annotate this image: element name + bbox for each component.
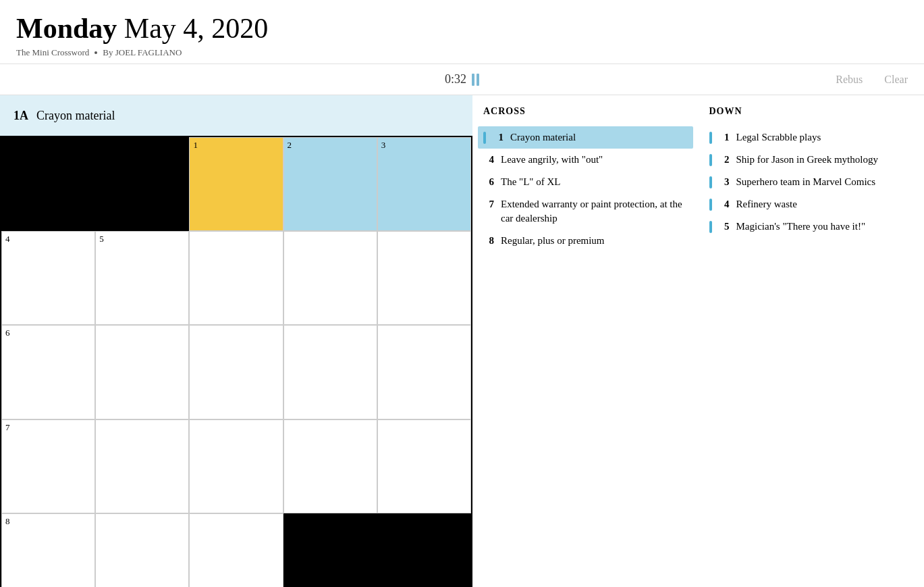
grid-cell[interactable]	[377, 419, 471, 513]
subtitle: The Mini Crossword	[16, 47, 89, 58]
byline-text: By JOEL FAGLIANO	[103, 47, 182, 58]
page-header: Monday May 4, 2020 The Mini Crossword By…	[0, 0, 924, 64]
across-clue-item[interactable]: 8Regular, plus or premium	[483, 230, 688, 252]
down-clue-bar	[709, 176, 712, 188]
clue-number: 2	[719, 153, 730, 167]
grid-cell[interactable]: 2	[283, 137, 377, 231]
across-clue-item[interactable]: 4Leave angrily, with "out"	[483, 149, 688, 171]
day-label: Monday	[16, 13, 117, 44]
active-clue-text: Crayon material	[36, 109, 115, 123]
clue-number: 8	[483, 234, 494, 248]
clue-text: Extended warranty or paint protection, a…	[501, 197, 688, 226]
down-title: DOWN	[709, 106, 914, 117]
grid-cell[interactable]	[189, 231, 283, 325]
grid-cell[interactable]	[189, 419, 283, 513]
clue-banner: 1A Crayon material	[0, 95, 472, 136]
clue-number: 6	[483, 175, 494, 189]
clue-number: 1	[493, 130, 504, 145]
cell-number: 4	[5, 234, 10, 243]
across-clue-item[interactable]: 7Extended warranty or paint protection, …	[483, 193, 688, 230]
rebus-button[interactable]: Rebus	[836, 74, 863, 86]
clue-text: Regular, plus or premium	[501, 234, 605, 248]
across-clue-list: 1Crayon material4Leave angrily, with "ou…	[483, 126, 688, 252]
page-title: Monday May 4, 2020	[16, 12, 908, 45]
down-clue-bar	[709, 154, 712, 166]
grid-cell[interactable]	[95, 513, 189, 587]
across-clues-column: ACROSS 1Crayon material4Leave angrily, w…	[483, 95, 688, 587]
clue-number: 3	[719, 175, 730, 189]
grid-cell	[1, 137, 95, 231]
cell-number: 7	[5, 423, 10, 432]
clues-section: ACROSS 1Crayon material4Leave angrily, w…	[472, 95, 924, 587]
clue-text: Superhero team in Marvel Comics	[736, 175, 876, 189]
clue-number: 1	[719, 130, 730, 145]
cell-number: 3	[381, 141, 386, 149]
clue-number: 5	[719, 220, 730, 234]
active-clue-number: 1A	[13, 109, 28, 123]
timer-display: 0:32	[445, 72, 466, 86]
down-clues-column: DOWN 1Legal Scrabble plays2Ship for Jaso…	[709, 95, 914, 587]
clue-text: The "L" of XL	[501, 175, 560, 189]
clue-text: Magician's "There you have it!"	[736, 220, 866, 234]
crossword-section: 1A Crayon material 12345678	[0, 95, 472, 587]
across-title: ACROSS	[483, 106, 688, 117]
grid-cell[interactable]	[189, 513, 283, 587]
grid-container: 12345678	[0, 136, 472, 587]
main-content: 1A Crayon material 12345678 ACROSS 1Cray…	[0, 95, 924, 587]
toolbar: 0:32 Rebus Clear	[0, 64, 924, 95]
down-clue-item[interactable]: 5Magician's "There you have it!"	[709, 215, 914, 238]
grid-cell	[95, 137, 189, 231]
grid-cell[interactable]	[283, 419, 377, 513]
down-clue-item[interactable]: 3Superhero team in Marvel Comics	[709, 171, 914, 193]
clue-number: 4	[719, 197, 730, 211]
clue-text: Legal Scrabble plays	[736, 130, 821, 145]
byline-area: The Mini Crossword By JOEL FAGLIANO	[16, 47, 908, 58]
grid-cell[interactable]: 7	[1, 419, 95, 513]
grid-cell[interactable]: 1	[189, 137, 283, 231]
date-label: May 4, 2020	[124, 13, 269, 44]
down-clue-bar	[709, 199, 712, 211]
clue-text: Leave angrily, with "out"	[501, 153, 603, 167]
active-clue-bar	[483, 132, 486, 144]
cell-number: 2	[288, 141, 292, 149]
across-clue-item[interactable]: 6The "L" of XL	[483, 171, 688, 193]
down-clue-item[interactable]: 2Ship for Jason in Greek mythology	[709, 149, 914, 171]
toolbar-right: Rebus Clear	[836, 74, 908, 86]
grid-cell[interactable]: 5	[95, 231, 189, 325]
down-clue-list: 1Legal Scrabble plays2Ship for Jason in …	[709, 126, 914, 238]
grid-cell[interactable]	[283, 325, 377, 419]
pause-button[interactable]	[472, 74, 479, 86]
cell-number: 1	[193, 141, 198, 149]
grid-cell	[283, 513, 377, 587]
grid-cell[interactable]	[377, 231, 471, 325]
clue-number: 7	[483, 197, 494, 211]
down-clue-bar	[709, 132, 712, 144]
grid-cell[interactable]: 4	[1, 231, 95, 325]
down-clue-item[interactable]: 1Legal Scrabble plays	[709, 126, 914, 149]
cell-number: 5	[99, 234, 104, 243]
grid-cell[interactable]	[283, 231, 377, 325]
cell-number: 6	[5, 328, 10, 337]
grid-cell[interactable]	[377, 325, 471, 419]
grid-cell	[377, 513, 471, 587]
cell-number: 8	[5, 517, 10, 526]
clue-text: Crayon material	[510, 130, 576, 145]
grid-cell[interactable]: 3	[377, 137, 471, 231]
down-clue-item[interactable]: 4Refinery waste	[709, 193, 914, 215]
grid-cell[interactable]: 6	[1, 325, 95, 419]
clue-text: Refinery waste	[736, 197, 797, 211]
dot-separator	[94, 51, 97, 54]
crossword-grid: 12345678	[0, 136, 472, 587]
down-clue-bar	[709, 221, 712, 233]
grid-cell[interactable]: 8	[1, 513, 95, 587]
grid-cell[interactable]	[189, 325, 283, 419]
grid-cell[interactable]	[95, 419, 189, 513]
across-clue-item[interactable]: 1Crayon material	[478, 126, 693, 149]
grid-cell[interactable]	[95, 325, 189, 419]
clear-button[interactable]: Clear	[884, 74, 908, 86]
clue-text: Ship for Jason in Greek mythology	[736, 153, 878, 167]
clue-number: 4	[483, 153, 494, 167]
timer-area: 0:32	[445, 72, 479, 86]
